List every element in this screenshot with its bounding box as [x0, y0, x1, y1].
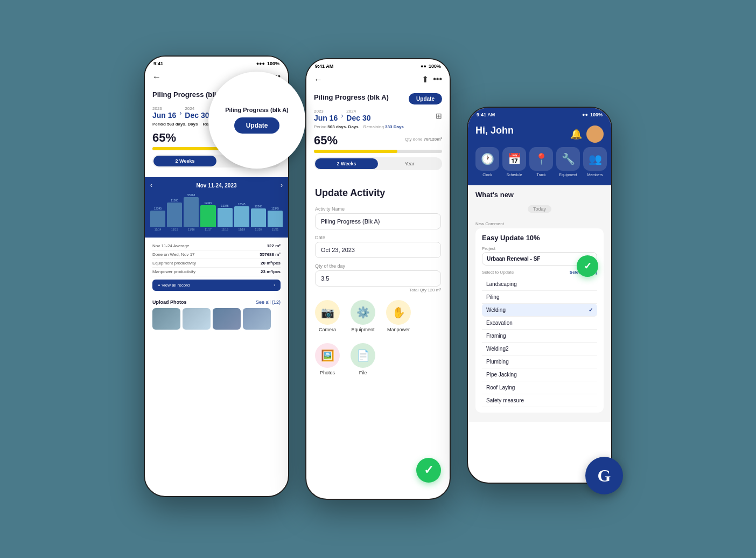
magnifier-title: Piling Progress (blk A) [225, 107, 289, 113]
qi-equipment[interactable]: 🔧 Equipment [556, 147, 580, 177]
stat-avg: Nov 11-24 Average 122 m² [152, 242, 281, 250]
welding-check: ✓ [589, 307, 593, 313]
photo-3 [213, 308, 241, 330]
equipment-label: Equipment [351, 327, 374, 332]
activity-name-9: Roof Laying [486, 385, 515, 390]
activity-pipe-jacking[interactable]: Pipe Jacking [482, 368, 597, 381]
arrow-icon: › [179, 109, 181, 117]
status-icons-2: ●● 100% [421, 64, 441, 69]
p2-progress: 65% Qty done 78/120m² [314, 134, 442, 153]
chart-section: ‹ Nov 11-24, 2023 › 12345 11/14 11000 11… [145, 177, 288, 238]
activity-list: Landscaping Piling Welding ✓ Excavation … [482, 278, 597, 407]
activity-name-1: Landscaping [486, 281, 517, 287]
bar-8: 12345 11/21 [268, 207, 283, 231]
year-end: 2024 [185, 106, 209, 111]
manpower-icon: ✋ [386, 300, 411, 325]
activity-roof-laying[interactable]: Roof Laying [482, 381, 597, 394]
activity-name-6: Welding2 [486, 346, 509, 352]
p2-filter[interactable]: ⊞ [436, 111, 442, 120]
back-icon[interactable]: ← [152, 72, 161, 82]
tab-2weeks[interactable]: 2 Weeks [153, 156, 216, 166]
p2-year-start: 2023 [314, 109, 338, 114]
activity-piling[interactable]: Piling [482, 291, 597, 304]
activity-welding2[interactable]: Welding2 [482, 343, 597, 355]
view-all-button[interactable]: ≡ View all record › [152, 280, 281, 291]
whats-new-section: What's new Today New Comment Easy Update… [468, 185, 611, 422]
p2-dates: 2023 Jun 16 › 2024 Dec 30 ⊞ [314, 109, 442, 122]
date-input[interactable] [315, 242, 441, 258]
p3-fab-button[interactable]: ✓ [577, 255, 598, 277]
p2-update-button[interactable]: Update [409, 93, 442, 104]
time-1: 9:41 [153, 61, 163, 66]
back-icon-2[interactable]: ← [314, 75, 323, 85]
photo-4 [243, 308, 271, 330]
equip-label: Equipment productivity [152, 261, 196, 266]
see-all-link[interactable]: See all (12) [256, 299, 281, 305]
p2-pct: 65% [314, 134, 338, 147]
notification-icon[interactable]: 🔔 [570, 128, 582, 140]
qi-schedule-label: Schedule [506, 173, 522, 177]
p2-tab-2weeks[interactable]: 2 Weeks [315, 158, 378, 169]
chart-prev[interactable]: ‹ [150, 182, 152, 189]
chart-title: Nov 11-24, 2023 [196, 183, 236, 189]
time-3: 9:41 AM [477, 112, 495, 117]
p2-qty: Qty done 78/120m² [405, 137, 442, 142]
activity-name-10: Safety measure [486, 397, 524, 403]
total-qty: Total Qty 120 m² [315, 288, 441, 292]
activity-plumbing[interactable]: Plumbing [482, 355, 597, 368]
done-label: Done on Wed, Nov 17 [152, 252, 195, 257]
avatar[interactable] [586, 125, 604, 143]
activity-welding[interactable]: Welding ✓ [482, 304, 597, 317]
qi-clock-label: Clock [482, 173, 492, 177]
whats-new-title: What's new [475, 191, 604, 199]
period-label: Period [152, 122, 166, 127]
status-bar-2: 9:41 AM ●● 100% [306, 59, 450, 71]
qi-track-label: Track [536, 173, 545, 177]
manpower-value: 23 m²/pcs [261, 269, 281, 274]
qi-equip-icon: 🔧 [556, 147, 580, 171]
battery-1: 100% [267, 61, 279, 66]
p2-tab-year[interactable]: Year [378, 158, 441, 169]
chart-next[interactable]: › [281, 182, 283, 189]
activity-landscaping[interactable]: Landscaping [482, 278, 597, 291]
qi-track[interactable]: 📍 Track [529, 147, 553, 177]
p2-year-end: 2024 [346, 109, 370, 114]
track-icon: 📍 [529, 147, 553, 171]
activity-name-field: Activity Name [315, 206, 441, 229]
qi-members[interactable]: 👥 Members [583, 147, 607, 177]
camera-action[interactable]: 📷 Camera [315, 300, 340, 332]
p2-fab-button[interactable]: ✓ [416, 458, 441, 483]
phone-3: 9:41 AM ●● 100% Hi, John 🔔 🕐 Clock [467, 107, 612, 484]
chart-bars: 12345 11/14 11000 11/15 55768 11/16 1234… [150, 193, 283, 231]
qi-clock[interactable]: 🕐 Clock [475, 147, 499, 177]
equipment-action[interactable]: ⚙️ Equipment [351, 300, 375, 332]
signal-icon: ●●● [256, 61, 265, 66]
stat-equip: Equipment productivity 20 m²/pcs [152, 259, 281, 268]
share-icon-2[interactable]: ⬆ [422, 74, 429, 85]
qi-schedule[interactable]: 📅 Schedule [502, 147, 526, 177]
p2-date-start: Jun 16 [314, 114, 338, 122]
ua-title: Update Activity [315, 187, 441, 199]
activity-safety[interactable]: Safety measure [482, 394, 597, 407]
p2-date-end: Dec 30 [346, 114, 370, 122]
qty-input[interactable] [315, 270, 441, 287]
manpower-action[interactable]: ✋ Manpower [386, 300, 411, 332]
file-action[interactable]: 📄 File [351, 343, 375, 375]
activity-framing[interactable]: Framing [482, 330, 597, 343]
activity-excavation[interactable]: Excavation [482, 317, 597, 330]
period-value: 563 days. Days [167, 122, 198, 127]
p2-tab-row: 2 Weeks Year [314, 157, 442, 170]
magnifier-content: Piling Progress (blk A) Update [220, 101, 294, 139]
more-icon-2[interactable]: ••• [433, 74, 442, 85]
photos-action[interactable]: 🖼️ Photos [315, 343, 340, 375]
upload-section: Upload Photos See all (12) [145, 295, 288, 334]
magnifier-update-button[interactable]: Update [234, 117, 280, 134]
file-icon: 📄 [351, 343, 375, 368]
p2-bar-bg [314, 150, 442, 153]
p3-header: Hi, John 🔔 🕐 Clock 📅 Schedule 📍 Track [468, 120, 611, 185]
photo-1 [152, 308, 180, 330]
update-activity-section: Update Activity Activity Name Date Qty o… [306, 180, 450, 383]
avg-label: Nov 11-24 Average [152, 243, 189, 248]
bar-5: 12345 11/18 [218, 204, 233, 231]
activity-name-input[interactable] [315, 213, 441, 229]
